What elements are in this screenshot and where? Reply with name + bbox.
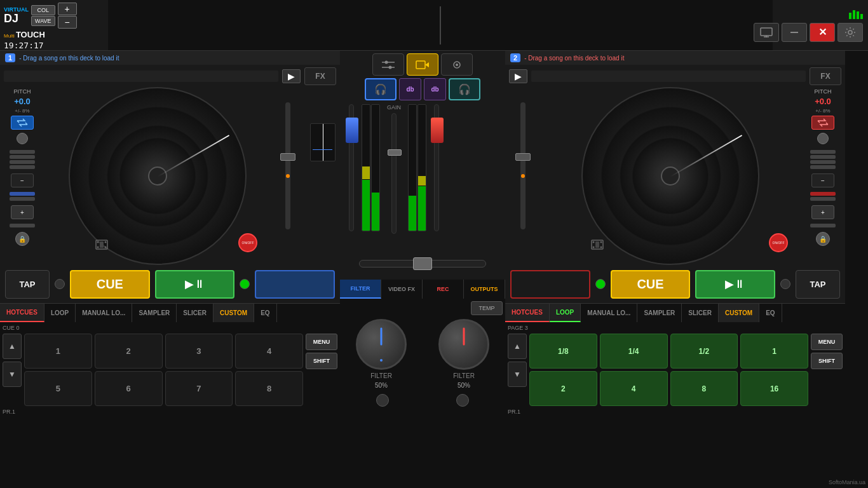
headphone-left[interactable]: 🎧: [365, 78, 397, 100]
pad-right-4[interactable]: 4: [600, 371, 668, 406]
mixer-record-btn[interactable]: [441, 53, 473, 76]
menu-btn-left[interactable]: MENU: [306, 334, 337, 350]
crossfader-track[interactable]: [359, 260, 486, 268]
mixer-eq-btn[interactable]: [372, 53, 404, 76]
wave-button[interactable]: WAVE: [31, 16, 55, 26]
deck-left-play-btn[interactable]: ▶: [282, 69, 301, 83]
mixer-tab-outputs[interactable]: OUTPUTS: [464, 280, 505, 299]
deck-left-slider2[interactable]: [10, 155, 35, 159]
deck-left-slider7[interactable]: [10, 224, 35, 227]
fader-right-track[interactable]: [434, 104, 439, 231]
deck-left-plus-btn[interactable]: +: [11, 205, 34, 219]
pad-right-1-2[interactable]: 1/2: [670, 334, 738, 369]
filter-knob-left[interactable]: [356, 319, 407, 370]
minus-button[interactable]: −: [58, 16, 77, 29]
deck-left-slider1[interactable]: [10, 150, 35, 154]
deck-left-pitch-track[interactable]: [285, 102, 290, 229]
tab-right-sampler[interactable]: SAMPLER: [637, 304, 682, 322]
arrow-up-right[interactable]: ▲: [508, 334, 527, 359]
pad-right-1-4[interactable]: 1/4: [600, 334, 668, 369]
crossfader-handle[interactable]: [413, 257, 432, 270]
deck-left-vinyl[interactable]: [69, 87, 247, 265]
deck-right-film-icon[interactable]: [591, 240, 604, 251]
tab-right-slicer[interactable]: SLICER: [682, 304, 719, 322]
deck-right-pitch-slider[interactable]: [505, 87, 540, 265]
tab-right-custom[interactable]: CUSTOM: [719, 304, 759, 322]
settings-button[interactable]: [837, 23, 863, 42]
pad-left-6[interactable]: 6: [95, 371, 163, 406]
deck-right-slider4[interactable]: [810, 165, 836, 169]
gain-track[interactable]: [391, 113, 397, 234]
minimize-button[interactable]: [782, 23, 807, 42]
pad-left-7[interactable]: 7: [165, 371, 233, 406]
tab-left-custom[interactable]: CUSTOM: [214, 304, 254, 322]
col-button[interactable]: COL: [31, 5, 55, 15]
deck-left-loop[interactable]: [255, 270, 335, 299]
temp-button[interactable]: TEMP: [471, 301, 503, 315]
pad-left-8[interactable]: 8: [235, 371, 303, 406]
pad-left-1[interactable]: 1: [24, 334, 92, 369]
arrow-down-left[interactable]: ▼: [3, 362, 22, 387]
deck-right-play-pause[interactable]: ▶⏸: [695, 270, 775, 299]
deck-right-pitch-handle[interactable]: [515, 153, 531, 161]
deck-right-slider6[interactable]: [810, 197, 836, 201]
tab-left-eq[interactable]: EQ: [254, 304, 276, 322]
pad-left-3[interactable]: 3: [165, 334, 233, 369]
deck-left-fx[interactable]: FX: [304, 67, 336, 85]
deck-right-loop[interactable]: [510, 270, 590, 299]
deck-right-plus-btn[interactable]: +: [811, 205, 834, 219]
plus-button[interactable]: +: [58, 3, 77, 15]
tab-left-manual[interactable]: MANUAL LO...: [76, 304, 132, 322]
shift-btn-left[interactable]: SHIFT: [306, 353, 337, 369]
pad-left-5[interactable]: 5: [24, 371, 92, 406]
deck-left-pitch-slider[interactable]: [270, 87, 305, 265]
deck-left-minus-btn[interactable]: −: [11, 173, 34, 187]
pad-right-2[interactable]: 2: [529, 371, 597, 406]
small-knob-left[interactable]: [376, 394, 389, 407]
arrow-up-left[interactable]: ▲: [3, 334, 22, 359]
deck-left-slider4[interactable]: [10, 165, 35, 169]
tab-right-loop[interactable]: LOOP: [550, 304, 581, 322]
tab-left-loop[interactable]: LOOP: [44, 304, 76, 322]
mixer-tab-rec[interactable]: REC: [423, 280, 464, 299]
pad-left-2[interactable]: 2: [95, 334, 163, 369]
deck-right-slider2[interactable]: [810, 155, 836, 159]
deck-left-lock-btn[interactable]: 🔒: [15, 232, 29, 246]
tab-left-slicer[interactable]: SLICER: [177, 304, 214, 322]
deck-left-tap[interactable]: TAP: [5, 270, 50, 299]
deck-right-knob1[interactable]: [817, 133, 829, 144]
tab-right-manual[interactable]: MANUAL LO...: [581, 304, 637, 322]
deck-right-tap[interactable]: TAP: [796, 270, 840, 299]
deck-right-play-btn[interactable]: ▶: [509, 69, 527, 83]
deck-right-vinyl[interactable]: [581, 87, 759, 265]
deck-right-pitch-track[interactable]: [520, 102, 526, 229]
tab-right-hotcues[interactable]: HOTCUES: [505, 304, 550, 322]
pad-left-4[interactable]: 4: [235, 334, 303, 369]
arrow-down-right[interactable]: ▼: [508, 362, 527, 387]
deck-left-pitch-handle[interactable]: [280, 153, 295, 161]
deck-left-slider6[interactable]: [10, 197, 35, 201]
deck-right-slider3[interactable]: [810, 160, 836, 164]
pad-right-8[interactable]: 8: [670, 371, 738, 406]
small-knob-right[interactable]: [456, 394, 469, 407]
filter-knob-right[interactable]: [438, 319, 489, 370]
deck-left-loop-icon[interactable]: [11, 116, 34, 130]
deck-right-cue[interactable]: CUE: [611, 270, 691, 299]
menu-btn-right[interactable]: MENU: [811, 334, 843, 350]
tab-left-sampler[interactable]: SAMPLER: [132, 304, 177, 322]
deck-left-film-icon[interactable]: [95, 240, 108, 251]
pad-right-1-8[interactable]: 1/8: [529, 334, 597, 369]
pad-right-1[interactable]: 1: [740, 334, 808, 369]
deck-left-slider3[interactable]: [10, 160, 35, 164]
deck-left-play-pause[interactable]: ▶⏸: [155, 270, 235, 299]
pad-right-16[interactable]: 16: [740, 371, 808, 406]
deck-right-slider1[interactable]: [810, 150, 836, 154]
mixer-video-btn[interactable]: [407, 53, 438, 76]
gain-handle[interactable]: [388, 149, 402, 156]
deck-left-cue[interactable]: CUE: [70, 270, 150, 299]
tab-right-eq[interactable]: EQ: [759, 304, 782, 322]
fader-left-handle[interactable]: [346, 118, 358, 143]
close-button[interactable]: ✕: [810, 23, 835, 42]
deck-left-knob1[interactable]: [17, 133, 28, 144]
deck-right-minus-btn[interactable]: −: [811, 173, 834, 187]
